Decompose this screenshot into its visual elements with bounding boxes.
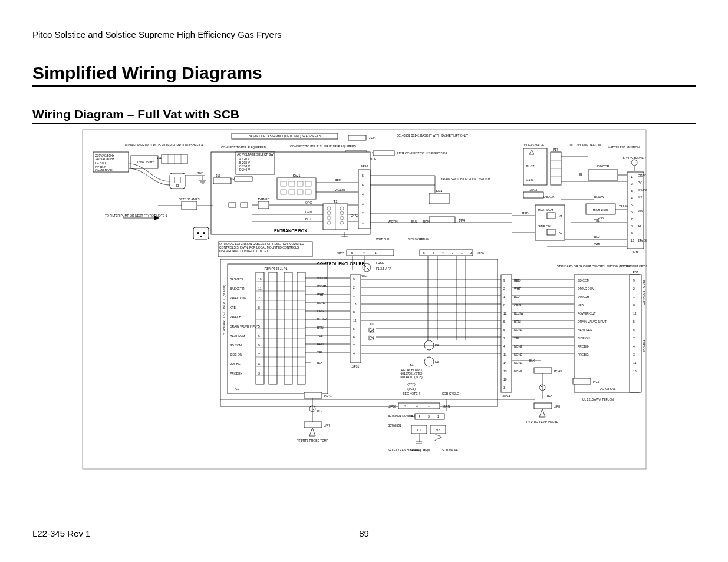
svg-text:J/P4: J/P4 [459,219,465,222]
svg-text:B0760501: B0760501 [388,424,401,427]
svg-text:D2: D2 [370,330,374,334]
svg-rect-71 [547,213,555,219]
svg-text:SPARK BURNER: SPARK BURNER [622,156,645,160]
svg-text:VIOL/W: VIOL/W [335,188,345,191]
svg-rect-343 [534,368,552,373]
svg-text:WHT: WHT [594,242,601,246]
svg-text:BASKET R: BASKET R [230,287,245,290]
svg-text:NONE: NONE [514,361,523,365]
svg-text:YEL/W: YEL/W [619,204,628,208]
svg-text:5: 5 [503,320,505,323]
svg-text:RT1/RT2 TEMP PROBE: RT1/RT2 TEMP PROBE [526,420,558,424]
svg-text:D1: D1 [370,322,374,326]
svg-text:1: 1 [428,404,430,408]
svg-text:10: 10 [631,239,634,242]
svg-text:9: 9 [258,343,260,347]
svg-text:DRAIN SWITCH OR FLOAT SWITCH: DRAIN SWITCH OR FLOAT SWITCH [441,177,490,181]
svg-point-144 [197,232,199,234]
svg-text:2: 2 [633,287,635,290]
doc-id: L22-345 Rev 1 [32,528,90,538]
svg-text:G= GRN/YEL: G= GRN/YEL [95,168,113,172]
svg-text:ORG: ORG [305,201,312,204]
svg-text:UL 1213 AWM TEFLON: UL 1213 AWM TEFLON [569,143,601,147]
svg-text:4: 4 [404,404,406,408]
svg-text:14: 14 [503,361,507,365]
svg-text:1: 1 [258,315,260,319]
svg-text:6: 6 [503,328,505,332]
svg-text:BLK: BLK [317,409,323,413]
svg-text:60144001 (SCB): 60144001 (SCB) [400,375,423,379]
svg-text:B0140501 B0141 BASKET WITH BAS: B0140501 B0141 BASKET WITH BASKET LIFT O… [397,134,469,137]
svg-text:NO BACKUP OPTION: NO BACKUP OPTION [621,265,647,268]
svg-text:9: 9 [633,279,635,282]
svg-text:240VAC/60Hz: 240VAC/60Hz [95,157,114,161]
wiring-diagram: BASKET LIFT ASSEMBLY (OPTIONAL) SEE SHEE… [81,128,647,470]
svg-text:K3: K3 [435,360,439,363]
svg-rect-348 [574,275,639,392]
svg-text:P17: P17 [553,148,558,151]
svg-rect-25 [588,170,618,180]
svg-text:CONNECT TO P12 IF EQUIPPED: CONNECT TO P12 IF EQUIPPED [220,146,266,149]
svg-text:24VACH: 24VACH [578,295,589,299]
svg-text:1: 1 [503,295,505,299]
svg-text:HEAT DEM: HEAT DEM [578,328,592,332]
svg-text:GRN: GRN [305,210,312,214]
svg-text:12: 12 [633,312,637,315]
svg-text:PROBE-: PROBE- [230,362,242,366]
svg-text:5: 5 [631,203,633,207]
svg-text:11: 11 [258,287,262,290]
svg-text:24VACH: 24VACH [230,315,241,319]
svg-text:1: 1 [633,295,635,299]
svg-text:6: 6 [353,335,355,339]
svg-text:3: 3 [362,202,364,206]
svg-text:1: 1 [631,175,633,178]
svg-text:2: 2 [353,286,355,289]
svg-text:DRAIN VALVE INPUT: DRAIN VALVE INPUT [578,320,607,323]
svg-text:BLU: BLU [305,217,311,221]
svg-rect-187 [347,250,394,256]
svg-rect-192 [420,250,473,256]
svg-text:SCB CYCLE: SCB CYCLE [442,392,459,395]
svg-rect-214 [269,272,277,384]
svg-text:THERMAL LIMIT: THERMAL LIMIT [408,448,430,452]
svg-text:3: 3 [428,415,430,418]
svg-text:PV: PV [638,181,642,184]
svg-text:BLK: BLK [317,361,323,365]
svg-text:AC VOLTAGE SELECT SW: AC VOLTAGE SELECT SW [237,153,274,156]
svg-text:(SCB): (SCB) [407,387,416,391]
svg-text:11: 11 [633,361,637,365]
svg-text:P33: P33 [633,270,638,274]
svg-rect-138 [182,201,197,210]
svg-text:SW1: SW1 [292,174,301,177]
svg-text:BLU: BLU [594,235,600,239]
svg-text:TL1: TL1 [416,428,421,432]
svg-rect-114 [277,178,316,199]
svg-text:4: 4 [442,251,444,254]
svg-text:BRN: BRN [423,220,430,223]
svg-rect-136 [258,201,269,209]
svg-text:4: 4 [363,251,365,254]
svg-text:MATCHLESS IGNITION: MATCHLESS IGNITION [608,146,640,149]
svg-text:3: 3 [503,386,505,389]
svg-text:4: 4 [419,415,420,418]
svg-text:YEL: YEL [594,219,600,222]
svg-rect-177 [429,217,455,223]
svg-text:V2: V2 [436,428,439,432]
svg-text:A2: A2 [638,224,641,228]
svg-rect-112 [235,177,252,181]
svg-text:4: 4 [503,345,505,348]
svg-text:BKA0501: BKA0501 [642,340,645,352]
svg-rect-303 [501,275,512,392]
svg-point-145 [203,232,205,234]
svg-text:7: 7 [633,336,635,340]
svg-text:2: 2 [631,182,633,186]
svg-text:80 VA FOR FRYPOT PLUS FILTER P: 80 VA FOR FRYPOT PLUS FILTER PUMP LOAD S… [125,143,203,147]
svg-rect-392 [534,403,552,409]
svg-text:(STD): (STD) [407,382,416,386]
svg-rect-399 [304,422,322,428]
svg-text:A3 OR A5: A3 OR A5 [600,387,616,391]
svg-text:1: 1 [353,294,355,297]
svg-text:D  240 V: D 240 V [239,168,251,171]
svg-text:CONNECT TO P12 P12L OR P12R IF: CONNECT TO P12 P12L OR P12R IF EQUIPPED [290,144,356,148]
svg-text:6: 6 [631,210,633,214]
